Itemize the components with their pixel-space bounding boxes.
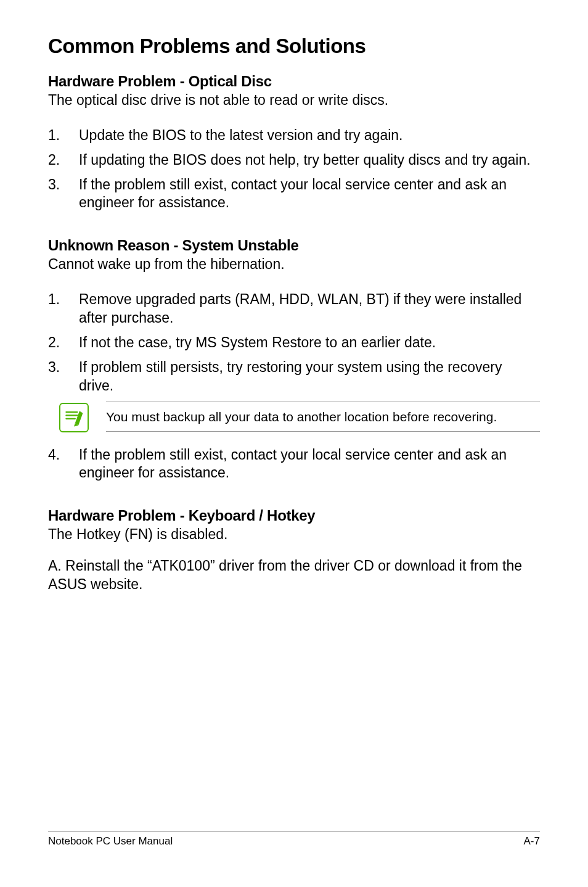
- note-text: You must backup all your data to another…: [106, 408, 540, 425]
- list-content: If updating the BIOS does not help, try …: [79, 151, 540, 170]
- footer-left: Notebook PC User Manual: [48, 835, 173, 848]
- section-heading-keyboard-hotkey: Hardware Problem - Keyboard / Hotkey: [48, 507, 540, 524]
- note-icon: [59, 403, 89, 432]
- footer: Notebook PC User Manual A-7: [48, 831, 540, 848]
- list-item: 4. If the problem still exist, contact y…: [48, 446, 540, 483]
- list-number: 1.: [48, 126, 79, 145]
- list-item: 2. If updating the BIOS does not help, t…: [48, 151, 540, 170]
- list-content: Update the BIOS to the latest version an…: [79, 126, 540, 145]
- list-item: 1. Update the BIOS to the latest version…: [48, 126, 540, 145]
- list-number: 4.: [48, 446, 79, 483]
- list-number: 2.: [48, 334, 79, 352]
- section-intro-optical-disc: The optical disc drive is not able to re…: [48, 91, 540, 109]
- footer-right: A-7: [524, 835, 540, 848]
- note-box: You must backup all your data to another…: [59, 402, 540, 432]
- list-number: 3.: [48, 358, 79, 395]
- list-system-unstable: 1. Remove upgraded parts (RAM, HDD, WLAN…: [48, 291, 540, 395]
- list-content: If problem still persists, try restoring…: [79, 358, 540, 395]
- list-item: 1. Remove upgraded parts (RAM, HDD, WLAN…: [48, 291, 540, 328]
- list-content: Remove upgraded parts (RAM, HDD, WLAN, B…: [79, 291, 540, 328]
- list-number: 2.: [48, 151, 79, 170]
- section-heading-system-unstable: Unknown Reason - System Unstable: [48, 237, 540, 254]
- section-intro-system-unstable: Cannot wake up from the hibernation.: [48, 255, 540, 273]
- list-content: If the problem still exist, contact your…: [79, 446, 540, 483]
- section-paragraph-keyboard-hotkey: A. Reinstall the “ATK0100” driver from t…: [48, 557, 540, 594]
- list-number: 3.: [48, 176, 79, 213]
- list-number: 1.: [48, 291, 79, 328]
- list-content: If not the case, try MS System Restore t…: [79, 334, 540, 352]
- list-item: 2. If not the case, try MS System Restor…: [48, 334, 540, 352]
- section-intro-keyboard-hotkey: The Hotkey (FN) is disabled.: [48, 526, 540, 543]
- list-content: If the problem still exist, contact your…: [79, 176, 540, 213]
- list-item: 3. If problem still persists, try restor…: [48, 358, 540, 395]
- note-content: You must backup all your data to another…: [106, 402, 540, 432]
- list-optical-disc: 1. Update the BIOS to the latest version…: [48, 126, 540, 213]
- section-heading-optical-disc: Hardware Problem - Optical Disc: [48, 73, 540, 90]
- list-item: 3. If the problem still exist, contact y…: [48, 176, 540, 213]
- page-title: Common Problems and Solutions: [48, 35, 540, 58]
- list-system-unstable-continued: 4. If the problem still exist, contact y…: [48, 446, 540, 483]
